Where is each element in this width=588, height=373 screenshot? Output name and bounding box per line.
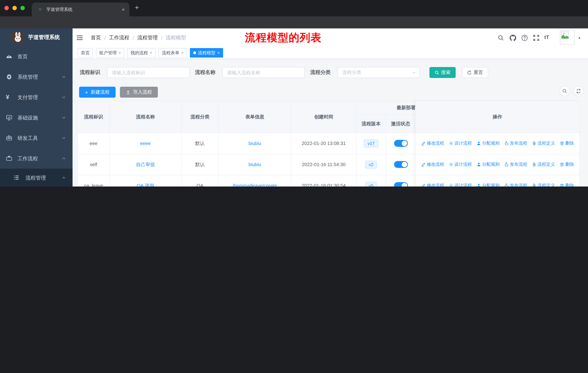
github-icon[interactable] <box>510 35 516 41</box>
tag-my-process[interactable]: 我的流程× <box>127 48 156 58</box>
active-toggle[interactable] <box>394 140 408 147</box>
tag-close-icon[interactable]: × <box>217 50 220 55</box>
process-definition-link[interactable]: 流程定义 <box>532 182 555 186</box>
sidebar: 芋道管理系统 首页 系统管理 ¥ 支付管理 <box>0 28 73 186</box>
assign-rule-link[interactable]: 分配规则 <box>476 182 500 186</box>
edit-icon <box>421 183 426 186</box>
hamburger-collapse-icon[interactable] <box>76 34 83 41</box>
process-name-input[interactable] <box>222 67 305 78</box>
tag-tenant[interactable]: 租户管理× <box>96 48 124 58</box>
publish-process-link[interactable]: 发布流程 <box>504 140 527 146</box>
delete-link[interactable]: 删除 <box>559 161 574 168</box>
process-model-table: 流程标识 流程名称 流程分类 表单信息 创建时间 最新部署的流程定义 流程版本 … <box>77 101 580 186</box>
search-button[interactable]: 搜索 <box>430 67 456 78</box>
create-process-button[interactable]: + 新建流程 <box>79 87 116 98</box>
paperclip-icon <box>532 183 536 186</box>
close-window-button[interactable] <box>4 6 9 10</box>
process-definition-link[interactable]: 流程定义 <box>532 140 555 146</box>
design-process-link[interactable]: 设计流程 <box>449 182 472 186</box>
delete-link[interactable]: 删除 <box>559 182 574 186</box>
refresh-icon <box>467 70 472 75</box>
hand-icon <box>504 162 509 167</box>
process-category-select[interactable]: 流程分类 <box>337 67 420 78</box>
help-icon[interactable] <box>521 35 528 41</box>
import-process-button[interactable]: 导入流程 <box>120 87 158 98</box>
process-name-link[interactable]: OA 请假 <box>137 182 154 186</box>
modify-process-link[interactable]: 修改流程 <box>421 182 444 186</box>
tab-close-icon[interactable]: × <box>122 7 125 12</box>
sidebar-item-payment[interactable]: ¥ 支付管理 <box>0 87 73 107</box>
tag-process-model[interactable]: 流程模型× <box>190 48 223 58</box>
assign-rule-link[interactable]: 分配规则 <box>476 161 500 168</box>
modify-process-link[interactable]: 修改流程 <box>421 161 444 168</box>
breadcrumb-workflow[interactable]: 工作流程 <box>109 34 129 41</box>
search-icon <box>435 70 439 75</box>
paperclip-icon <box>532 141 536 146</box>
plus-icon: + <box>85 89 88 95</box>
sidebar-item-home[interactable]: 首页 <box>0 46 73 67</box>
edit-icon <box>421 141 426 146</box>
sidebar-item-workflow[interactable]: 工作流程 <box>0 148 73 169</box>
sidebar-item-devtools[interactable]: 研发工具 <box>0 128 73 148</box>
app-title: 芋道管理系统 <box>28 28 60 46</box>
active-toggle[interactable] <box>394 161 408 168</box>
tag-home[interactable]: 首页 <box>78 48 93 58</box>
minimize-window-button[interactable] <box>12 6 17 10</box>
process-key-input[interactable] <box>107 67 189 78</box>
tag-close-icon[interactable]: × <box>118 50 121 55</box>
row-actions: 修改流程 设计流程 分配规则 发布流程 流程定义 删除 <box>416 133 579 154</box>
process-name-link[interactable]: 自己审批 <box>136 161 155 168</box>
design-process-link[interactable]: 设计流程 <box>449 161 472 168</box>
process-definition-link[interactable]: 流程定义 <box>532 161 555 168</box>
col-header-created: 创建时间 <box>291 101 357 133</box>
search-icon[interactable] <box>498 35 504 41</box>
chevron-up-icon <box>62 156 66 161</box>
tag-process-form[interactable]: 流程表单× <box>158 48 187 58</box>
breadcrumb-current: 流程模型 <box>166 34 186 41</box>
maximize-window-button[interactable] <box>21 6 25 10</box>
gear-icon <box>449 183 453 186</box>
new-tab-button[interactable]: + <box>135 4 139 12</box>
tag-close-icon[interactable]: × <box>150 50 152 55</box>
row-actions: 修改流程 设计流程 分配规则 发布流程 流程定义 删除 <box>416 154 579 175</box>
version-badge: v17 <box>364 139 378 147</box>
hand-icon <box>504 183 509 186</box>
filter-key-label: 流程标识 <box>80 69 100 76</box>
caret-down-icon[interactable]: ▾ <box>578 36 580 40</box>
yen-icon: ¥ <box>6 94 12 101</box>
refresh-table-button[interactable] <box>573 86 584 96</box>
sidebar-item-system[interactable]: 系统管理 <box>0 67 73 87</box>
hand-icon <box>504 141 509 146</box>
sidebar-item-process-management[interactable]: 流程管理 <box>0 169 73 186</box>
form-info-link[interactable]: biubiu <box>248 162 261 167</box>
publish-process-link[interactable]: 发布流程 <box>504 161 527 168</box>
breadcrumb-home[interactable]: 首页 <box>91 34 101 41</box>
assign-rule-link[interactable]: 分配规则 <box>476 140 500 146</box>
col-header-active: 激活状态 <box>386 115 416 133</box>
edit-icon <box>421 162 426 167</box>
breadcrumb-process-management[interactable]: 流程管理 <box>137 34 158 41</box>
tab-title: 芋道管理系统 <box>46 6 73 13</box>
upload-icon <box>126 90 130 94</box>
avatar[interactable] <box>560 30 575 44</box>
chevron-down-icon <box>62 115 66 120</box>
publish-process-link[interactable]: 发布流程 <box>504 182 527 186</box>
gear-icon <box>6 74 12 80</box>
form-info-link[interactable]: /bpm/oa/leave/create <box>233 183 277 186</box>
modify-process-link[interactable]: 修改流程 <box>421 140 444 146</box>
tag-view-bar: 首页 租户管理× 我的流程× 流程表单× 流程模型× <box>73 47 588 59</box>
font-size-icon[interactable]: tT <box>544 34 549 40</box>
fullscreen-icon[interactable] <box>533 35 539 41</box>
browser-tab[interactable]: 芋道管理系统 × <box>32 2 129 16</box>
design-process-link[interactable]: 设计流程 <box>449 140 472 146</box>
form-info-link[interactable]: biubiu <box>248 141 261 146</box>
show-search-toggle-button[interactable] <box>560 86 570 96</box>
sidebar-item-infrastructure[interactable]: 基础设施 <box>0 107 73 128</box>
delete-link[interactable]: 删除 <box>559 140 574 146</box>
tag-close-icon[interactable]: × <box>181 50 184 55</box>
filter-name-label: 流程名称 <box>195 69 215 76</box>
active-toggle[interactable] <box>394 182 408 186</box>
process-name-link[interactable]: eeee <box>140 141 151 146</box>
reset-button[interactable]: 重置 <box>462 67 488 78</box>
red-annotation-text: 流程模型的列表 <box>245 30 322 45</box>
